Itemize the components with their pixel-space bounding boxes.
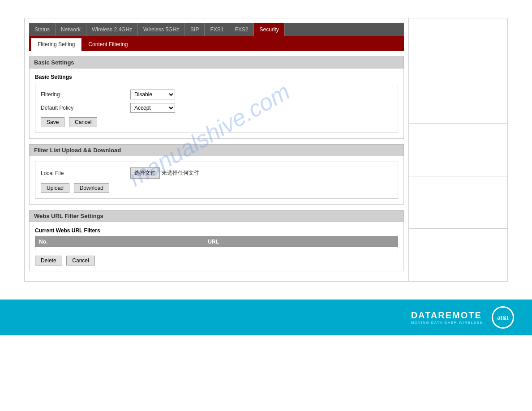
- cancel-button[interactable]: Cancel: [69, 117, 97, 127]
- subtab-filtering-setting[interactable]: Flitering Setting: [31, 38, 82, 51]
- subtab-content-filtering[interactable]: Content Filtering: [82, 38, 134, 51]
- tab-wireless-5[interactable]: Wireless 5GHz: [138, 23, 185, 36]
- webs-url-body: Current Webs URL Filters No. URL: [29, 222, 404, 271]
- upload-button[interactable]: Upload: [41, 183, 69, 193]
- filtering-select[interactable]: Disable Enable: [130, 90, 175, 99]
- brand-name: DATAREMOTE: [411, 310, 482, 321]
- local-file-row: Local File 选择文件 未选择任何文件: [41, 167, 392, 179]
- sidebar-cell-4: [409, 176, 507, 229]
- filter-upload-header: Filter List Upload && Download: [29, 144, 404, 156]
- file-name-text: 未选择任何文件: [162, 169, 199, 177]
- dataremote-logo: DATAREMOTE MOVING DATA OVER WIRELESS: [411, 310, 483, 325]
- url-filter-buttons: Delete Cancel: [35, 256, 398, 265]
- right-sidebar: [409, 18, 507, 281]
- col-url-header: URL: [204, 237, 398, 247]
- url-cancel-button[interactable]: Cancel: [66, 256, 94, 265]
- url-delete-button[interactable]: Delete: [35, 256, 62, 265]
- filter-upload-section: Filter List Upload && Download Local Fil…: [29, 144, 404, 205]
- basic-settings-section: Basic Settings Basic Settings Filtering …: [29, 56, 404, 139]
- save-button[interactable]: Save: [41, 117, 64, 127]
- filtering-row: Filtering Disable Enable: [41, 90, 392, 99]
- att-badge: at&t: [492, 306, 514, 329]
- col-no-header: No.: [35, 237, 204, 247]
- webs-url-section: Webs URL Filter Settings Current Webs UR…: [29, 210, 404, 271]
- tab-network[interactable]: Network: [56, 23, 86, 36]
- basic-settings-group-title: Basic Settings: [35, 74, 398, 80]
- basic-settings-body: Basic Settings Filtering Disable Enable: [29, 68, 404, 139]
- brand-tagline: MOVING DATA OVER WIRELESS: [411, 321, 483, 325]
- download-button[interactable]: Download: [74, 183, 109, 193]
- default-policy-select[interactable]: Accept Drop: [130, 103, 175, 113]
- default-policy-label: Default Policy: [41, 105, 130, 111]
- tab-status[interactable]: Status: [29, 23, 56, 36]
- choose-file-button[interactable]: 选择文件: [130, 167, 160, 179]
- tab-security[interactable]: Security: [254, 23, 284, 36]
- url-no-cell: [35, 247, 204, 251]
- tab-wireless-24[interactable]: Wireless 2.4GHz: [86, 23, 138, 36]
- url-filters-table: No. URL: [35, 236, 398, 251]
- table-row: [35, 247, 398, 251]
- nav-tabs: Status Network Wireless 2.4GHz Wireless …: [29, 23, 404, 36]
- filtering-label: Filtering: [41, 91, 130, 98]
- default-policy-row: Default Policy Accept Drop: [41, 103, 392, 113]
- tab-fxs1[interactable]: FXS1: [205, 23, 229, 36]
- sidebar-cell-2: [409, 71, 507, 124]
- sub-tabs: Flitering Setting Content Filtering: [29, 36, 404, 51]
- basic-settings-header: Basic Settings: [29, 56, 404, 68]
- basic-settings-buttons: Save Cancel: [41, 117, 392, 127]
- footer: DATAREMOTE MOVING DATA OVER WIRELESS at&…: [0, 300, 532, 335]
- sidebar-cell-1: [409, 18, 507, 71]
- local-file-label: Local File: [41, 170, 130, 176]
- filter-upload-body: Local File 选择文件 未选择任何文件 Upload Download: [29, 156, 404, 205]
- webs-url-header: Webs URL Filter Settings: [29, 210, 404, 222]
- sidebar-cell-5: [409, 229, 507, 281]
- tab-fxs2[interactable]: FXS2: [229, 23, 254, 36]
- att-logo: at&t: [492, 306, 514, 329]
- upload-download-buttons: Upload Download: [41, 183, 392, 193]
- sidebar-cell-3: [409, 124, 507, 176]
- tab-sip[interactable]: SIP: [185, 23, 205, 36]
- current-url-filters-title: Current Webs URL Filters: [35, 227, 398, 234]
- url-value-cell: [204, 247, 398, 251]
